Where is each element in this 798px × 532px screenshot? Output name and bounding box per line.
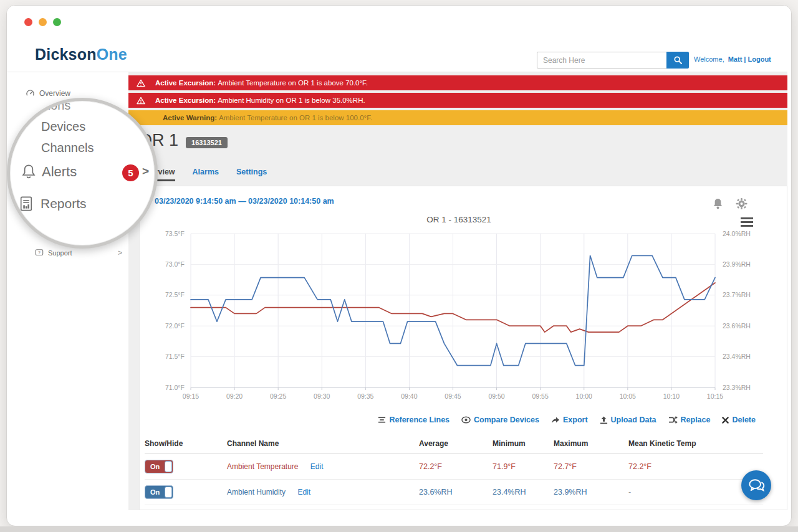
table-header-row: Show/Hide Channel Name Average Minimum M…: [145, 435, 763, 454]
tab-alarms[interactable]: Alarms: [193, 168, 219, 181]
sidebar-item-reports-magnified[interactable]: Reports: [19, 196, 87, 212]
device-panel: 03/23/2020 9:14:50 am — 03/23/2020 10:14…: [139, 186, 787, 510]
gauge-icon: [26, 88, 35, 98]
minimize-window-button[interactable]: [39, 18, 47, 26]
svg-text:09:50: 09:50: [488, 392, 504, 400]
compare-devices-button[interactable]: Compare Devices: [461, 416, 539, 424]
main-content: Active Excursion:Ambient Temperature on …: [128, 72, 787, 510]
svg-text:10:00: 10:00: [576, 392, 592, 400]
table-row: On Ambient Humidity Edit 23.6%RH 23.4%RH…: [145, 480, 763, 505]
dicksonone-logo[interactable]: DicksonOne: [35, 45, 127, 64]
svg-text:09:25: 09:25: [270, 392, 286, 400]
replace-button[interactable]: Replace: [668, 416, 711, 424]
bell-icon: [21, 163, 36, 180]
compare-devices-icon: [461, 416, 471, 424]
delete-x-icon: [722, 417, 729, 424]
average-value: 72.2°F: [419, 462, 493, 471]
chart-title: OR 1 - 16313521: [143, 215, 774, 224]
sidebar-item-label: Support: [48, 249, 72, 257]
svg-text:09:55: 09:55: [532, 392, 549, 400]
date-range-picker[interactable]: 03/23/2020 9:14:50 am — 03/23/2020 10:14…: [155, 197, 334, 206]
svg-text:23.3%RH: 23.3%RH: [723, 384, 751, 391]
svg-text:09:45: 09:45: [445, 392, 461, 400]
gear-icon[interactable]: [736, 197, 748, 210]
warning-banner-temperature[interactable]: Active Warning:Ambient Temperature on OR…: [128, 110, 787, 125]
sidebar-item-devices-magnified[interactable]: Devices: [41, 120, 85, 134]
svg-text:09:35: 09:35: [357, 392, 373, 400]
show-hide-toggle-humidity[interactable]: On: [145, 485, 173, 499]
sidebar-item-channels-magnified[interactable]: Channels: [41, 141, 94, 155]
replace-icon: [668, 416, 678, 424]
search-input[interactable]: [537, 52, 666, 69]
upload-data-button[interactable]: Upload Data: [600, 416, 656, 424]
svg-text:73.5°F: 73.5°F: [165, 230, 185, 237]
chart-actions: Reference Lines Compare Devices Export: [378, 416, 756, 424]
chat-widget-button[interactable]: [741, 470, 771, 500]
alerts-count-badge: 5: [122, 164, 139, 181]
excursion-banner-temperature[interactable]: Active Excursion:Ambient Temperature on …: [128, 75, 787, 90]
close-window-button[interactable]: [24, 18, 32, 26]
welcome-label: Welcome,: [694, 55, 724, 63]
minimum-value: 71.9°F: [493, 462, 554, 471]
search-button[interactable]: [666, 52, 689, 69]
svg-text:09:30: 09:30: [314, 392, 330, 400]
window-titlebar: [7, 6, 791, 34]
sidebar-item-label: Overview: [39, 89, 70, 98]
support-icon: ?: [35, 249, 44, 257]
chat-bubbles-icon: [748, 478, 765, 493]
channel-name: Ambient Temperature: [227, 462, 299, 471]
tab-bar: Overview Alarms Settings: [140, 168, 267, 181]
bell-icon[interactable]: [712, 197, 724, 210]
sidebar-item-support[interactable]: ? Support >: [35, 249, 72, 257]
upload-icon: [600, 416, 608, 424]
sidebar-item-overview[interactable]: Overview: [26, 88, 70, 98]
edit-channel-link[interactable]: Edit: [297, 488, 310, 496]
svg-text:10:15: 10:15: [707, 392, 723, 400]
svg-text:73.0°F: 73.0°F: [165, 260, 185, 268]
magnifier-lens-overlay: ations Devices Channels Alerts 5 > Repor…: [7, 98, 158, 249]
toggle-knob: [165, 461, 172, 472]
svg-text:23.9%RH: 23.9%RH: [723, 260, 751, 268]
svg-text:23.4%RH: 23.4%RH: [723, 353, 751, 360]
table-row: On Ambient Temperature Edit 72.2°F 71.9°…: [145, 454, 763, 480]
minimum-value: 23.4%RH: [493, 488, 554, 496]
tab-settings[interactable]: Settings: [236, 168, 267, 181]
svg-text:?: ?: [38, 250, 41, 255]
warning-triangle-icon: [137, 79, 145, 87]
svg-text:09:20: 09:20: [226, 392, 243, 400]
maximum-value: 23.9%RH: [554, 488, 628, 496]
user-logout-links[interactable]: Matt | Logout: [728, 55, 771, 63]
reference-lines-icon: [378, 416, 386, 424]
delete-button[interactable]: Delete: [722, 416, 756, 424]
chevron-right-icon[interactable]: >: [142, 164, 149, 178]
report-document-icon: [19, 196, 34, 212]
svg-text:09:15: 09:15: [183, 392, 199, 400]
channels-table: Show/Hide Channel Name Average Minimum M…: [145, 435, 763, 505]
export-icon: [551, 416, 560, 424]
excursion-banner-humidity[interactable]: Active Excursion:Ambient Humidity on OR …: [128, 93, 787, 108]
edit-channel-link[interactable]: Edit: [310, 462, 324, 471]
chevron-right-icon: >: [118, 249, 122, 257]
svg-text:72.5°F: 72.5°F: [165, 291, 185, 298]
svg-text:72.0°F: 72.0°F: [165, 322, 185, 330]
device-id-badge: 16313521: [186, 137, 228, 148]
svg-text:10:10: 10:10: [663, 392, 680, 400]
app-header: DicksonOne Welcome,Matt | Logout: [7, 34, 791, 72]
mean-kinetic-temp-value: 72.2°F: [628, 462, 763, 471]
export-button[interactable]: Export: [551, 416, 588, 424]
reference-lines-button[interactable]: Reference Lines: [378, 416, 449, 424]
warning-triangle-icon: [137, 97, 145, 105]
svg-text:24.0%RH: 24.0%RH: [723, 230, 751, 237]
sidebar-item-alerts-magnified[interactable]: Alerts: [21, 163, 77, 180]
maximum-value: 72.7°F: [554, 462, 628, 471]
search-icon: [674, 56, 682, 64]
svg-text:10:05: 10:05: [620, 392, 636, 400]
channel-name: Ambient Humidity: [227, 488, 286, 496]
toggle-knob: [165, 487, 172, 498]
chart-svg: 09:1509:2009:2509:3009:3509:4009:4509:50…: [143, 224, 774, 406]
svg-text:09:40: 09:40: [401, 392, 417, 400]
average-value: 23.6%RH: [419, 488, 493, 496]
maximize-window-button[interactable]: [53, 18, 61, 26]
show-hide-toggle-temperature[interactable]: On: [145, 460, 173, 473]
browser-window: DicksonOne Welcome,Matt | Logout Overvie…: [6, 5, 792, 526]
